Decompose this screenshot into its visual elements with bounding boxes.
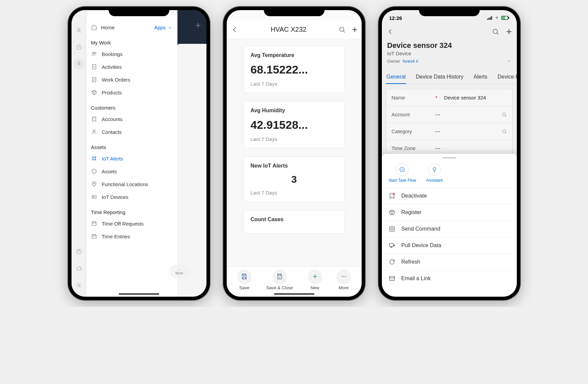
lookup-icon[interactable] (502, 112, 507, 117)
tab-general[interactable]: General (386, 70, 407, 84)
metric-value: 42.91528... (251, 118, 338, 131)
signal-icon (487, 16, 493, 20)
add-icon[interactable]: + (352, 24, 357, 35)
calendar-icon (91, 233, 97, 239)
status-bar: 12:26 (382, 13, 517, 22)
owner-link[interactable]: fsres4 # (403, 59, 418, 64)
tab-history[interactable]: Device Data History (415, 70, 464, 84)
quick-label: Assistant (426, 178, 443, 183)
metric-iot-alerts[interactable]: New IoT Alerts 3 Last 7 Days (244, 156, 345, 202)
svg-point-4 (92, 52, 94, 54)
nav-bookings[interactable]: Bookings (86, 48, 177, 60)
svg-rect-29 (502, 17, 505, 19)
building-icon (91, 116, 97, 122)
nav-assets[interactable]: Assets (86, 165, 177, 178)
person-icon[interactable] (74, 25, 84, 36)
save-close-button[interactable]: Save & Close (266, 270, 293, 290)
backdrop: + ···More (177, 10, 206, 297)
home-label: Home (101, 25, 115, 30)
nav-products[interactable]: Products (86, 86, 177, 99)
chevron-down-icon[interactable] (506, 58, 511, 64)
svg-point-22 (343, 276, 344, 277)
nav-work-orders[interactable]: Work Orders (86, 73, 177, 86)
page-title: Device sensor 324 (382, 41, 517, 51)
metric-label: Avg Temperature (251, 52, 338, 58)
button-label: More (339, 285, 349, 290)
metric-value: 68.15222... (251, 63, 338, 76)
screen-1: Home Apps → My Work Bookings Activities … (72, 10, 206, 297)
metric-humidity[interactable]: Avg Humidity 42.91528... Last 7 Days (244, 101, 345, 148)
add-icon[interactable]: + (195, 20, 201, 31)
nav-activities[interactable]: Activities (86, 60, 177, 73)
screen-3: 12:26 + Device sensor 324 IoT Device Own… (382, 10, 517, 297)
nav-iot-devices[interactable]: IoT Devices (86, 190, 177, 203)
command-icon (389, 226, 395, 232)
start-task-flow-button[interactable]: Start Task Flow (389, 163, 416, 183)
nav-iot-alerts[interactable]: IoT Alerts (86, 152, 177, 165)
field-name[interactable]: Name * Device sensor 324 (386, 89, 512, 106)
nav-label: Functional Locations (102, 181, 148, 187)
metric-cases[interactable]: Count Cases (244, 210, 345, 234)
assistant-button[interactable]: Assistant (426, 163, 443, 183)
new-button[interactable]: New (308, 270, 322, 290)
nav-contacts[interactable]: Contacts (86, 125, 177, 138)
tab-alerts[interactable]: Alerts (473, 70, 488, 84)
location-icon (91, 181, 97, 187)
required-mark: * (436, 95, 438, 100)
field-label: Account (392, 112, 436, 117)
gear-icon[interactable] (74, 280, 84, 291)
nav-time-off[interactable]: Time Off Requests (86, 217, 177, 230)
action-list: Deactivate Register Send Command Pull De… (382, 187, 517, 287)
back-icon[interactable] (387, 28, 394, 35)
apps-link[interactable]: Apps → (154, 25, 172, 30)
svg-rect-27 (491, 16, 492, 20)
action-deactivate[interactable]: Deactivate (382, 188, 517, 204)
field-category[interactable]: Category --- (386, 123, 512, 140)
action-email-link[interactable]: Email a Link (382, 270, 517, 287)
clock-icon[interactable] (74, 42, 84, 53)
save-close-icon (276, 273, 283, 280)
nav-label: Work Orders (102, 77, 131, 83)
add-icon[interactable]: + (506, 26, 512, 37)
svg-point-0 (78, 28, 80, 30)
svg-rect-24 (487, 19, 488, 20)
action-sheet: Start Task Flow Assistant Deactivate Reg… (382, 154, 517, 297)
action-refresh[interactable]: Refresh (382, 254, 517, 270)
cube-icon (91, 168, 97, 174)
left-rail (72, 10, 86, 297)
action-register[interactable]: Register (382, 204, 517, 221)
tabs: General Device Data History Alerts Devic… (382, 70, 517, 84)
field-account[interactable]: Account --- (386, 106, 512, 123)
nav-functional-locations[interactable]: Functional Locations (86, 178, 177, 190)
svg-point-21 (342, 276, 343, 277)
more-button[interactable]: More (337, 270, 351, 290)
svg-point-5 (94, 53, 96, 54)
action-pull-data[interactable]: Pull Device Data (382, 237, 517, 254)
search-icon[interactable] (492, 28, 499, 35)
nav-label: IoT Alerts (102, 156, 123, 161)
owner-row[interactable]: Owner fsres4 # (382, 56, 517, 64)
svg-rect-25 (488, 18, 489, 20)
nav-accounts[interactable]: Accounts (86, 113, 177, 125)
home-row[interactable]: Home Apps → (86, 21, 177, 34)
svg-point-32 (502, 113, 505, 116)
help-icon[interactable] (74, 246, 84, 257)
cloud-icon[interactable] (74, 263, 84, 274)
metric-temperature[interactable]: Avg Temperature 68.15222... Last 7 Days (244, 46, 345, 93)
lookup-icon[interactable] (502, 129, 507, 134)
svg-point-14 (93, 183, 94, 184)
button-label: Save & Close (266, 285, 293, 290)
pull-data-icon (389, 242, 395, 249)
more-button[interactable]: ···More (169, 265, 190, 278)
search-icon[interactable] (338, 26, 346, 33)
pin-icon[interactable] (74, 59, 84, 69)
save-button[interactable]: Save (237, 270, 251, 290)
metrics-area[interactable]: Avg Temperature 68.15222... Last 7 Days … (227, 39, 362, 266)
svg-point-17 (94, 197, 94, 197)
action-send-command[interactable]: Send Command (382, 221, 517, 237)
back-icon[interactable] (231, 26, 239, 34)
deactivate-icon (389, 193, 395, 199)
register-icon (389, 209, 395, 216)
nav-time-entries[interactable]: Time Entries (86, 230, 177, 243)
tab-registration[interactable]: Device R (497, 70, 517, 84)
